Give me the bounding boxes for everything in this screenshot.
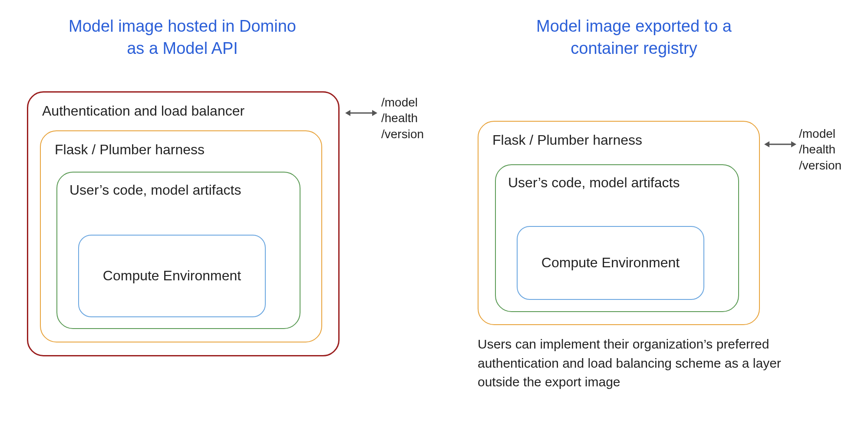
right-harness-label: Flask / Plumber harness — [492, 131, 642, 150]
endpoint-health: /health — [799, 142, 842, 157]
endpoint-model: /model — [799, 126, 842, 142]
right-compute-env-label: Compute Environment — [518, 254, 703, 272]
right-caption: Users can implement their organization’s… — [478, 335, 782, 392]
left-title-line2: as a Model API — [127, 39, 238, 57]
left-endpoints: /model /health /version — [381, 95, 424, 142]
svg-marker-5 — [791, 141, 796, 147]
endpoint-version: /version — [381, 126, 424, 142]
left-user-code-label: User’s code, model artifacts — [69, 181, 256, 199]
svg-marker-4 — [764, 141, 769, 147]
left-title: Model image hosted in Domino as a Model … — [26, 15, 339, 60]
svg-marker-2 — [372, 110, 377, 116]
right-title: Model image exported to a container regi… — [478, 15, 790, 60]
right-double-arrow-icon — [764, 139, 796, 150]
left-title-line1: Model image hosted in Domino — [69, 17, 296, 35]
right-endpoints: /model /health /version — [799, 126, 842, 173]
left-compute-env-box: Compute Environment — [78, 235, 266, 317]
left-auth-label: Authentication and load balancer — [42, 102, 244, 120]
right-user-code-label: User’s code, model artifacts — [508, 174, 695, 192]
left-compute-env-label: Compute Environment — [79, 267, 265, 285]
left-double-arrow-icon — [345, 108, 377, 118]
endpoint-model: /model — [381, 95, 424, 110]
endpoint-version: /version — [799, 158, 842, 173]
right-title-line1: Model image exported to a — [536, 17, 732, 35]
right-title-line2: container registry — [571, 39, 697, 57]
endpoint-health: /health — [381, 110, 424, 126]
left-harness-label: Flask / Plumber harness — [55, 141, 205, 159]
diagram-canvas: Model image hosted in Domino as a Model … — [0, 0, 868, 432]
svg-marker-1 — [345, 110, 350, 116]
right-compute-env-box: Compute Environment — [517, 226, 704, 300]
